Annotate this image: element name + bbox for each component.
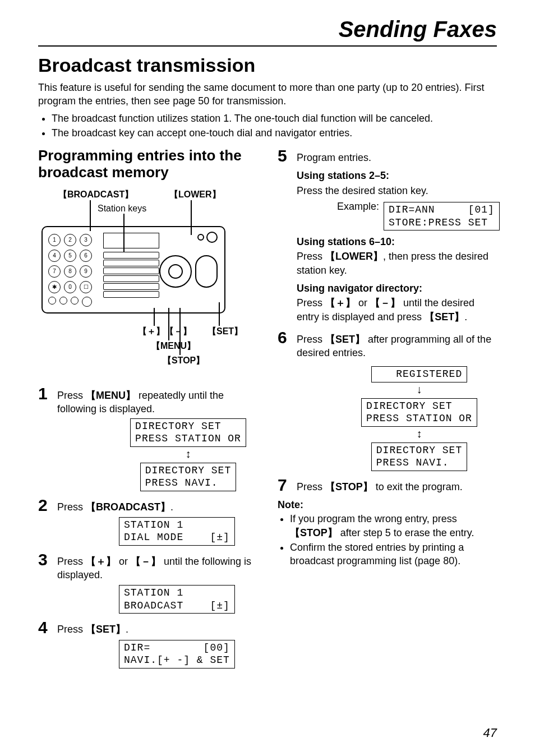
small-buttons-icon xyxy=(48,297,92,307)
step-7: 7 Press STOP to exit the program. xyxy=(278,477,497,494)
note-list: If you program the wrong entry, press ST… xyxy=(278,512,497,568)
lcd-display: DIRECTORY SET PRESS STATION OR xyxy=(130,418,246,447)
lcd-display: STATION 1 DIAL MODE [±] xyxy=(119,517,235,546)
key-set: SET xyxy=(325,334,365,345)
step-text: Press xyxy=(57,501,86,513)
substep-title: Using stations 2–5: xyxy=(297,169,500,182)
led-icon xyxy=(197,234,204,241)
section-title: Broadcast transmission xyxy=(38,54,497,76)
button-icon xyxy=(206,232,218,243)
horizontal-rule xyxy=(38,45,497,47)
substep-text: Press LOWER, then press the desired stat… xyxy=(297,250,500,277)
key-menu: MENU xyxy=(86,390,136,401)
left-column: Programming entries into the broadcast m… xyxy=(38,147,257,672)
note-item: If you program the wrong entry, press ST… xyxy=(290,512,497,540)
substep-text: Press the desired station key. xyxy=(297,184,500,197)
lcd-icon xyxy=(103,233,159,248)
intro-bullets: The broadcast function utilizes station … xyxy=(38,112,497,140)
intro-bullet: The broadcast key can accept one-touch d… xyxy=(52,126,497,140)
right-column: 5 Program entries. Using stations 2–5: P… xyxy=(278,147,497,672)
intro-paragraph: This feature is useful for sending the s… xyxy=(38,81,497,108)
key-set: SET xyxy=(425,311,464,322)
intro-bullet: The broadcast function utilizes station … xyxy=(52,112,497,125)
note-item: Confirm the stored entries by printing a… xyxy=(290,541,497,568)
lcd-display: DIRECTORY SET PRESS NAVI. xyxy=(140,463,236,491)
step-number: 4 xyxy=(38,619,57,636)
chapter-title: Sending Faxes xyxy=(38,17,497,42)
lcd-display: DIRECTORY SET PRESS STATION OR xyxy=(361,398,477,427)
lcd-display: DIR=ANN [01] STORE:PRESS SET xyxy=(384,202,500,231)
step-3: 3 Press ＋ or － until the following is di… xyxy=(38,551,257,614)
station-slots-icon xyxy=(103,252,159,299)
step-text: Press xyxy=(297,481,325,492)
up-down-arrow-icon: ↕ xyxy=(417,428,422,439)
note-title: Note: xyxy=(278,499,497,511)
step-2: 2 Press BROADCAST. STATION 1 DIAL MODE [… xyxy=(38,497,257,546)
label-stop: 【STOP】 xyxy=(163,355,205,367)
nav-center-icon xyxy=(168,264,183,279)
label-menu: 【MENU】 xyxy=(151,340,196,352)
lcd-display: DIR= [00] NAVI.[+ -] & SET xyxy=(119,640,235,669)
step-6: 6 Press SET after programming all of the… xyxy=(278,329,497,471)
step-number: 5 xyxy=(278,147,297,164)
lcd-display: DIRECTORY SET PRESS NAVI. xyxy=(371,442,467,471)
step-text: . xyxy=(126,624,128,635)
step-text: Press xyxy=(57,556,86,567)
step-number: 2 xyxy=(38,497,57,514)
fax-device-diagram: 【BROADCAST】 【LOWER】 Station keys 123 456… xyxy=(41,189,255,380)
step-number: 6 xyxy=(278,329,297,346)
page-number: 47 xyxy=(483,726,497,740)
substep-text: Press ＋ or － until the desired entry is … xyxy=(297,296,500,324)
step-number: 1 xyxy=(38,385,57,402)
key-minus: － xyxy=(370,297,400,308)
step-4: 4 Press SET. DIR= [00] NAVI.[+ -] & SET xyxy=(38,619,257,668)
key-stop: STOP xyxy=(325,481,373,492)
key-plus: ＋ xyxy=(325,297,356,308)
step-number: 3 xyxy=(38,551,57,568)
subsection-title: Programming entries into the broadcast m… xyxy=(38,147,257,181)
step-text: . xyxy=(170,501,173,513)
step-number: 7 xyxy=(278,477,297,494)
substep-title: Using stations 6–10: xyxy=(297,235,500,248)
label-plus-minus: 【＋】【－】 xyxy=(138,326,192,338)
label-set: 【SET】 xyxy=(207,326,243,338)
label-lower: 【LOWER】 xyxy=(169,189,221,201)
key-set: SET xyxy=(86,624,126,635)
step-text: or xyxy=(116,556,131,567)
step-text: Press xyxy=(57,390,86,401)
key-lower: LOWER xyxy=(325,251,383,262)
example-label: Example: xyxy=(337,200,379,213)
label-station-keys: Station keys xyxy=(98,204,146,214)
up-down-arrow-icon: ↕ xyxy=(186,448,191,459)
step-text: to exit the program. xyxy=(373,481,463,492)
step-text: Program entries. xyxy=(297,152,371,163)
label-broadcast: 【BROADCAST】 xyxy=(58,189,133,201)
key-minus: － xyxy=(131,556,161,567)
substep-title: Using navigator directory: xyxy=(297,282,500,295)
device-outline: 123 456 789 ✱0☐ xyxy=(41,226,225,314)
lcd-display: STATION 1 BROADCAST [±] xyxy=(119,585,235,614)
step-1: 1 Press MENU repeatedly until the follow… xyxy=(38,385,257,491)
keypad-icon: 123 456 789 ✱0☐ xyxy=(48,234,92,293)
step-text: Press xyxy=(57,624,86,635)
step-text: Press xyxy=(297,334,325,345)
key-plus: ＋ xyxy=(86,556,116,567)
key-broadcast: BROADCAST xyxy=(86,501,170,513)
down-arrow-icon: ↓ xyxy=(417,384,422,395)
lcd-display: REGISTERED xyxy=(371,366,467,382)
handset-icon xyxy=(195,255,218,288)
key-stop: STOP xyxy=(290,527,338,538)
step-5: 5 Program entries. Using stations 2–5: P… xyxy=(278,147,497,324)
